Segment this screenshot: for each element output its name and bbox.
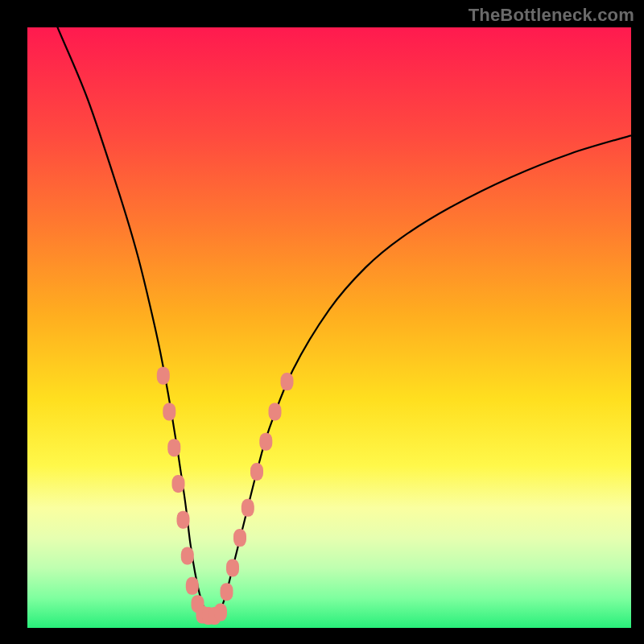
highlight-dot (233, 529, 246, 547)
highlight-dot (186, 577, 199, 595)
highlight-dot (281, 373, 294, 390)
highlight-dot (177, 511, 190, 529)
highlight-dots (157, 367, 294, 625)
curve-svg (27, 27, 631, 628)
highlight-dot (250, 463, 263, 481)
watermark-text: TheBottleneck.com (469, 5, 634, 26)
highlight-dot (181, 547, 194, 565)
highlight-dot (226, 559, 239, 576)
highlight-dot (214, 604, 227, 621)
highlight-dot (167, 439, 180, 456)
highlight-dot (269, 402, 282, 420)
highlight-dot (172, 475, 185, 493)
highlight-dot (157, 367, 170, 385)
highlight-dot (259, 433, 272, 451)
highlight-dot (163, 402, 175, 420)
bottleneck-curve (27, 27, 631, 617)
highlight-dot (221, 583, 233, 601)
plot-area (27, 27, 631, 628)
chart-frame: TheBottleneck.com (0, 0, 644, 644)
highlight-dot (242, 499, 254, 517)
